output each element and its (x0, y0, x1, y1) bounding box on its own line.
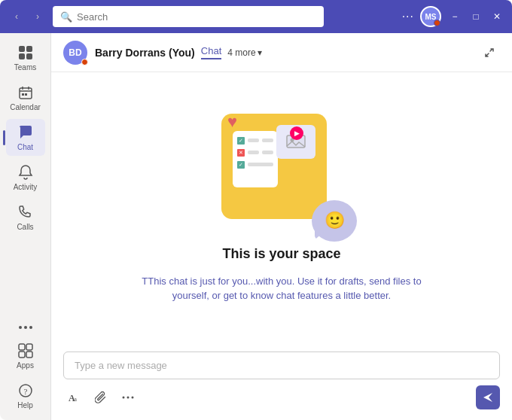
svg-rect-13 (19, 344, 25, 350)
sidebar-item-calendar[interactable]: Calendar (6, 79, 45, 116)
nav-buttons: ‹ › (8, 8, 47, 26)
check-box-checked: ✓ (237, 137, 245, 145)
check-box-cross: ✕ (237, 149, 245, 157)
more-options-button[interactable]: ··· (402, 10, 414, 23)
svg-text:a: a (74, 395, 77, 403)
svg-rect-2 (19, 53, 25, 59)
svg-point-10 (19, 326, 22, 329)
message-toolbar: A a (63, 385, 500, 409)
chat-tab-chat[interactable]: Chat (201, 45, 221, 59)
sidebar-item-apps[interactable]: Apps (6, 337, 45, 374)
illus-board: ♥ ✓ ✕ (221, 114, 327, 219)
svg-rect-0 (19, 46, 25, 52)
sidebar-item-help[interactable]: ? Help (6, 377, 45, 414)
avatar[interactable]: MS (420, 6, 441, 27)
svg-rect-16 (26, 352, 32, 358)
check-line (248, 138, 259, 142)
illus-board-inner: ✓ ✕ ✓ (233, 125, 315, 208)
check-item-3: ✓ (237, 161, 273, 169)
calendar-icon (17, 84, 35, 102)
message-input[interactable]: Type a new message (63, 352, 500, 379)
check-line-short (262, 138, 273, 142)
check-line-short-2 (262, 151, 273, 154)
attach-button[interactable] (90, 387, 111, 408)
svg-point-25 (132, 397, 134, 399)
chat-body: ♥ ✓ ✕ (51, 72, 512, 344)
calls-label: Calls (17, 223, 33, 231)
svg-rect-9 (25, 93, 27, 96)
chevron-down-icon: ▾ (258, 47, 262, 58)
sidebar-item-calls[interactable]: Calls (6, 199, 45, 236)
help-label: Help (17, 401, 33, 409)
svg-rect-1 (26, 46, 32, 52)
avatar-status-indicator (434, 20, 440, 26)
check-item-1: ✓ (237, 137, 273, 145)
svg-rect-3 (26, 53, 32, 59)
speech-bubble: 🙂 (312, 200, 357, 242)
send-button[interactable] (476, 385, 500, 409)
sidebar-item-activity[interactable]: Activity (6, 159, 45, 196)
check-line-2 (248, 151, 259, 154)
svg-text:?: ? (23, 387, 27, 396)
space-description: TThis chat is just for you...with you. U… (142, 274, 421, 303)
help-icon: ? (17, 382, 35, 400)
svg-point-24 (127, 397, 130, 399)
minimize-button[interactable]: − (447, 9, 462, 24)
message-area: Type a new message A a (51, 344, 512, 420)
title-bar: ‹ › 🔍 ··· MS − □ ✕ (0, 0, 512, 33)
svg-point-11 (24, 326, 27, 329)
title-bar-actions: ··· MS − □ ✕ (402, 6, 504, 27)
search-input[interactable] (77, 11, 316, 23)
sidebar-item-teams[interactable]: Teams (6, 39, 45, 76)
svg-point-23 (123, 397, 125, 399)
app-body: Teams Calendar (0, 33, 512, 420)
maximize-button[interactable]: □ (468, 9, 483, 24)
activity-label: Activity (14, 183, 38, 191)
chat-avatar: BD (63, 41, 87, 65)
checklist: ✓ ✕ ✓ (233, 131, 278, 187)
teams-icon (17, 44, 35, 62)
back-button[interactable]: ‹ (8, 8, 26, 26)
space-title: This is your space (222, 246, 340, 262)
content-area: BD Barry Dorrans (You) Chat 4 more ▾ (51, 33, 512, 420)
teams-label: Teams (14, 63, 36, 72)
forward-button[interactable]: › (29, 8, 47, 26)
chat-title-area: Barry Dorrans (You) Chat 4 more ▾ (95, 45, 262, 59)
calendar-label: Calendar (10, 103, 41, 111)
play-icon: ▶ (290, 126, 303, 140)
chat-avatar-status (81, 59, 88, 65)
check-box-checked-2: ✓ (237, 161, 245, 169)
close-button[interactable]: ✕ (489, 9, 504, 24)
activity-icon (17, 163, 35, 181)
sidebar: Teams Calendar (0, 33, 51, 420)
svg-rect-8 (22, 93, 24, 96)
chat-icon (17, 123, 35, 142)
apps-label: Apps (17, 361, 34, 370)
check-item-2: ✕ (237, 149, 273, 157)
svg-point-12 (29, 326, 32, 329)
format-button[interactable]: A a (63, 387, 84, 408)
chat-more-tabs[interactable]: 4 more ▾ (227, 47, 261, 58)
search-icon: 🔍 (60, 11, 72, 23)
active-indicator (3, 130, 5, 145)
smiley-icon: 🙂 (325, 211, 345, 230)
chat-header: BD Barry Dorrans (You) Chat 4 more ▾ (51, 33, 512, 72)
toolbar-more-button[interactable] (117, 387, 139, 408)
calls-icon (17, 203, 35, 221)
svg-rect-14 (26, 344, 32, 350)
apps-icon (17, 342, 35, 360)
sidebar-item-chat[interactable]: Chat (6, 119, 45, 156)
svg-rect-15 (19, 352, 25, 358)
sidebar-more-dots[interactable] (15, 321, 36, 334)
expand-button[interactable] (479, 42, 500, 63)
chat-user-name: Barry Dorrans (You) (95, 47, 195, 59)
check-line-3 (248, 163, 273, 166)
illustration: ♥ ✓ ✕ (214, 114, 349, 234)
search-bar[interactable]: 🔍 (53, 6, 324, 27)
chat-label: Chat (17, 143, 33, 151)
